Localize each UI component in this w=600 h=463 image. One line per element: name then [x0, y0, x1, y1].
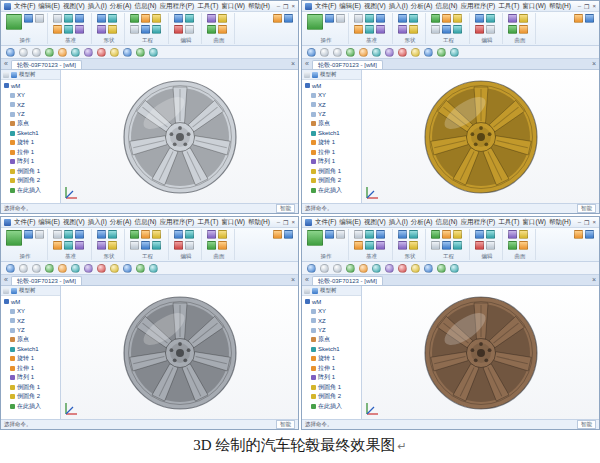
shell-icon[interactable] — [442, 241, 451, 250]
viewport-3d[interactable] — [61, 70, 298, 203]
tree-item-round1[interactable]: 倒圆角 1 — [302, 167, 361, 177]
tree-item-plane-xy[interactable]: XY — [1, 91, 60, 101]
tree-item-plane-yz[interactable]: YZ — [1, 326, 60, 336]
pattern-icon[interactable] — [174, 230, 183, 239]
menu-window[interactable]: 窗口(W) — [221, 2, 244, 11]
menu-applications[interactable]: 应用程序(P) — [160, 2, 195, 11]
minimize-icon[interactable]: – — [277, 3, 280, 10]
menu-tools[interactable]: 工具(T) — [498, 2, 519, 11]
freestyle-icon[interactable] — [218, 25, 227, 34]
hole-icon[interactable] — [431, 230, 440, 239]
menu-tools[interactable]: 工具(T) — [498, 218, 519, 227]
ribbon-group-label[interactable]: 操作 — [6, 36, 44, 44]
curve-icon[interactable] — [376, 241, 385, 250]
axis-display-icon[interactable] — [123, 264, 132, 273]
menu-help[interactable]: 帮助(H) — [549, 2, 571, 11]
paste-icon[interactable] — [325, 230, 334, 239]
tree-item-sketch[interactable]: Sketch1 — [302, 345, 361, 355]
view-orientation-icon[interactable] — [372, 264, 381, 273]
copy-icon[interactable] — [35, 230, 44, 239]
tab-scroll-icon[interactable]: « — [4, 275, 8, 285]
boundary-blend-icon[interactable] — [508, 14, 517, 23]
tree-item-sketch[interactable]: Sketch1 — [302, 129, 361, 139]
datum-plane-icon[interactable] — [354, 14, 363, 23]
plane-display-icon[interactable] — [411, 264, 420, 273]
zoom-out-icon[interactable] — [32, 48, 41, 57]
menu-analysis[interactable]: 分析(A) — [110, 2, 132, 11]
fill-icon[interactable] — [218, 14, 227, 23]
tree-item-sketch[interactable]: Sketch1 — [1, 129, 60, 139]
datum-axis-icon[interactable] — [365, 230, 374, 239]
document-tab[interactable]: 轮毂-03F70123 - [wM] — [11, 276, 82, 285]
close-tab-icon[interactable]: × — [592, 59, 596, 69]
tree-item-plane-yz[interactable]: YZ — [302, 110, 361, 120]
blend-icon[interactable] — [409, 25, 418, 34]
viewport-3d[interactable] — [362, 286, 599, 419]
datum-display-icon[interactable] — [398, 264, 407, 273]
paste-icon[interactable] — [24, 230, 33, 239]
minimize-icon[interactable]: – — [578, 3, 581, 10]
ribbon-group-label[interactable]: 操作 — [307, 36, 345, 44]
tree-item-root[interactable]: wM — [1, 297, 60, 307]
ribbon-group-label[interactable]: 曲面 — [508, 36, 532, 44]
spin-center-icon[interactable] — [58, 264, 67, 273]
app-icon[interactable] — [4, 3, 11, 10]
sketch-icon[interactable] — [365, 241, 374, 250]
blend-icon[interactable] — [409, 241, 418, 250]
rib-icon[interactable] — [130, 25, 139, 34]
axis-display-icon[interactable] — [424, 264, 433, 273]
curve-icon[interactable] — [376, 25, 385, 34]
tree-item-pattern[interactable]: 阵列 1 — [302, 157, 361, 167]
revolve-icon[interactable] — [108, 14, 117, 23]
selection-filter[interactable]: 智能 — [577, 204, 596, 213]
fill-icon[interactable] — [218, 230, 227, 239]
minimize-icon[interactable]: – — [277, 219, 280, 226]
datum-point-icon[interactable] — [75, 14, 84, 23]
style-icon[interactable] — [508, 25, 517, 34]
tab-scroll-icon[interactable]: « — [305, 275, 309, 285]
close-window-icon[interactable] — [284, 14, 293, 23]
hole-icon[interactable] — [130, 230, 139, 239]
close-window-icon[interactable] — [284, 230, 293, 239]
ribbon-group-label[interactable]: 编辑 — [174, 36, 198, 44]
display-style-icon[interactable] — [84, 48, 93, 57]
tree-item-sketch[interactable]: Sketch1 — [1, 345, 60, 355]
close-icon[interactable]: × — [291, 3, 295, 10]
draft-icon[interactable] — [453, 241, 462, 250]
zoom-out-icon[interactable] — [333, 48, 342, 57]
close-icon[interactable]: × — [592, 3, 596, 10]
ribbon-group-label[interactable]: 曲面 — [207, 36, 231, 44]
tree-item-origin[interactable]: 原点 — [302, 335, 361, 345]
style-icon[interactable] — [508, 241, 517, 250]
extrude-icon[interactable] — [97, 14, 106, 23]
sweep-icon[interactable] — [398, 241, 407, 250]
datum-plane-icon[interactable] — [354, 230, 363, 239]
close-tab-icon[interactable]: × — [291, 275, 295, 285]
repaint-icon[interactable] — [346, 48, 355, 57]
viewport-3d[interactable] — [61, 286, 298, 419]
tree-settings-icon[interactable] — [3, 288, 9, 294]
menu-view[interactable]: 视图(V) — [364, 2, 386, 11]
tree-item-plane-xz[interactable]: XZ — [1, 100, 60, 110]
tree-item-pattern[interactable]: 阵列 1 — [1, 373, 60, 383]
display-style-icon[interactable] — [385, 48, 394, 57]
csys-display-icon[interactable] — [450, 48, 459, 57]
menu-tools[interactable]: 工具(T) — [197, 2, 218, 11]
menu-window[interactable]: 窗口(W) — [522, 2, 545, 11]
copy-icon[interactable] — [336, 14, 345, 23]
point-display-icon[interactable] — [136, 48, 145, 57]
tree-item-plane-xy[interactable]: XY — [1, 307, 60, 317]
tree-item-root[interactable]: wM — [302, 81, 361, 91]
draft-icon[interactable] — [152, 241, 161, 250]
ribbon-group-label[interactable]: 工程 — [130, 252, 165, 260]
refit-icon[interactable] — [6, 264, 15, 273]
tree-filter-icon[interactable] — [312, 72, 318, 78]
csys-display-icon[interactable] — [149, 48, 158, 57]
chamfer-icon[interactable] — [453, 14, 462, 23]
copy-icon[interactable] — [336, 230, 345, 239]
trim-icon[interactable] — [475, 25, 484, 34]
axis-display-icon[interactable] — [123, 48, 132, 57]
tree-item-pattern[interactable]: 阵列 1 — [1, 157, 60, 167]
view-orientation-icon[interactable] — [71, 48, 80, 57]
plane-display-icon[interactable] — [411, 48, 420, 57]
